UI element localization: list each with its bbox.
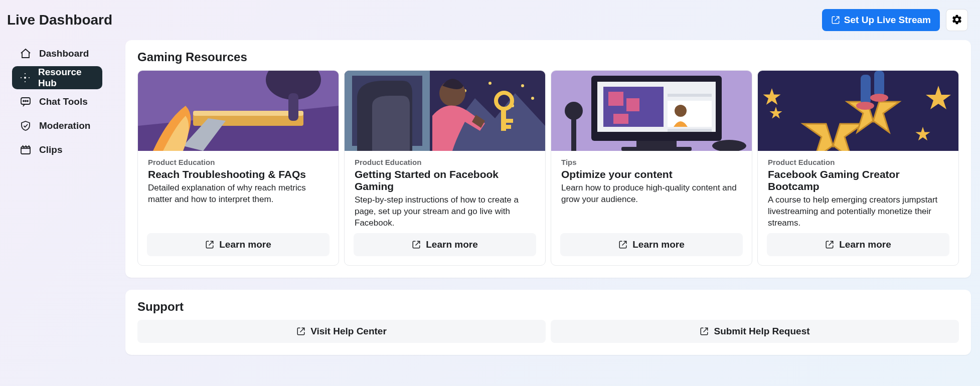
svg-rect-47 [758,71,958,151]
sidebar-item-label: Chat Tools [39,96,88,107]
support-panel: Support Visit Help Center Submit Help Re… [125,290,971,355]
submit-help-request-button[interactable]: Submit Help Request [551,320,959,343]
external-link-icon [831,16,840,25]
svg-rect-48 [861,75,871,105]
svg-rect-29 [506,119,513,123]
learn-more-button[interactable]: Learn more [147,233,330,256]
learn-more-button[interactable]: Learn more [767,233,949,256]
svg-point-51 [870,94,888,102]
svg-rect-39 [613,114,628,124]
card-illustration [345,71,545,151]
sidebar-item-chat-tools[interactable]: Chat Tools [12,90,102,113]
card-tag: Product Education [355,158,535,166]
sidebar: Dashboard Resource Hub Chat Tools Modera… [0,37,112,367]
svg-point-24 [531,97,534,100]
external-link-icon [700,327,709,336]
resource-card: Product Education Getting Started on Fac… [344,70,546,266]
card-desc: Detailed explanation of why reach metric… [148,182,329,206]
learn-more-label: Learn more [632,239,684,250]
card-desc: Step-by-step instructions of how to crea… [355,195,535,229]
svg-rect-30 [506,125,511,129]
card-title: Facebook Gaming Creator Bootcamp [768,168,948,192]
sidebar-item-dashboard[interactable]: Dashboard [12,42,102,65]
clip-icon [19,143,32,156]
visit-help-center-button[interactable]: Visit Help Center [137,320,546,343]
card-title: Optimize your content [561,168,742,180]
external-link-icon [412,240,421,249]
card-tag: Tips [561,158,742,166]
learn-more-button[interactable]: Learn more [560,233,743,256]
external-link-icon [205,240,214,249]
home-icon [19,47,32,60]
sidebar-item-label: Resource Hub [38,67,95,89]
external-link-icon [825,240,834,249]
svg-rect-49 [874,71,884,97]
svg-rect-35 [621,147,692,151]
svg-rect-42 [668,129,712,132]
setup-live-stream-button[interactable]: Set Up Live Stream [822,9,940,31]
resource-card: Product Education Reach Troubleshooting … [137,70,339,266]
svg-point-50 [856,102,874,110]
svg-rect-38 [626,98,639,111]
sidebar-item-clips[interactable]: Clips [12,138,102,161]
sidebar-item-label: Clips [39,144,62,155]
resource-card: Tips Optimize your content Learn how to … [551,70,752,266]
resource-card: Product Education Facebook Gaming Creato… [757,70,959,266]
gaming-resources-title: Gaming Resources [137,50,959,64]
learn-more-label: Learn more [219,239,271,250]
card-title: Reach Troubleshooting & FAQs [148,168,329,180]
support-title: Support [137,300,959,314]
settings-button[interactable] [946,9,968,31]
sidebar-item-resource-hub[interactable]: Resource Hub [12,66,102,89]
svg-rect-37 [608,92,623,106]
svg-rect-13 [193,111,303,116]
card-tag: Product Education [768,158,948,166]
learn-more-label: Learn more [426,239,477,250]
card-tag: Product Education [148,158,329,166]
card-illustration [758,71,958,151]
external-link-icon [618,240,627,249]
svg-point-45 [565,102,583,120]
svg-rect-40 [668,101,712,127]
svg-rect-16 [288,93,298,121]
card-desc: Learn how to produce high-quality conten… [561,182,742,206]
svg-rect-34 [636,141,677,148]
learn-more-button[interactable]: Learn more [354,233,536,256]
svg-rect-43 [668,94,712,97]
resource-icon [19,71,31,84]
shield-icon [19,119,32,132]
card-illustration [138,71,339,151]
card-desc: A course to help emerging creators jumps… [768,195,948,229]
card-illustration [551,71,752,151]
external-link-icon [296,327,305,336]
visit-help-center-label: Visit Help Center [310,326,387,337]
svg-point-23 [521,84,524,87]
submit-help-request-label: Submit Help Request [714,326,809,337]
svg-point-22 [488,82,492,85]
page-title: Live Dashboard [7,12,112,28]
svg-rect-44 [571,115,576,151]
card-title: Getting Started on Facebook Gaming [355,168,535,192]
sidebar-item-label: Moderation [39,120,90,131]
setup-live-stream-label: Set Up Live Stream [844,15,931,26]
sidebar-item-label: Dashboard [39,48,89,59]
gaming-resources-panel: Gaming Resources [125,40,971,278]
gear-icon [951,14,962,27]
sidebar-item-moderation[interactable]: Moderation [12,114,102,137]
svg-rect-28 [501,108,506,131]
learn-more-label: Learn more [839,239,891,250]
svg-point-41 [675,105,687,117]
chat-icon [19,95,32,108]
